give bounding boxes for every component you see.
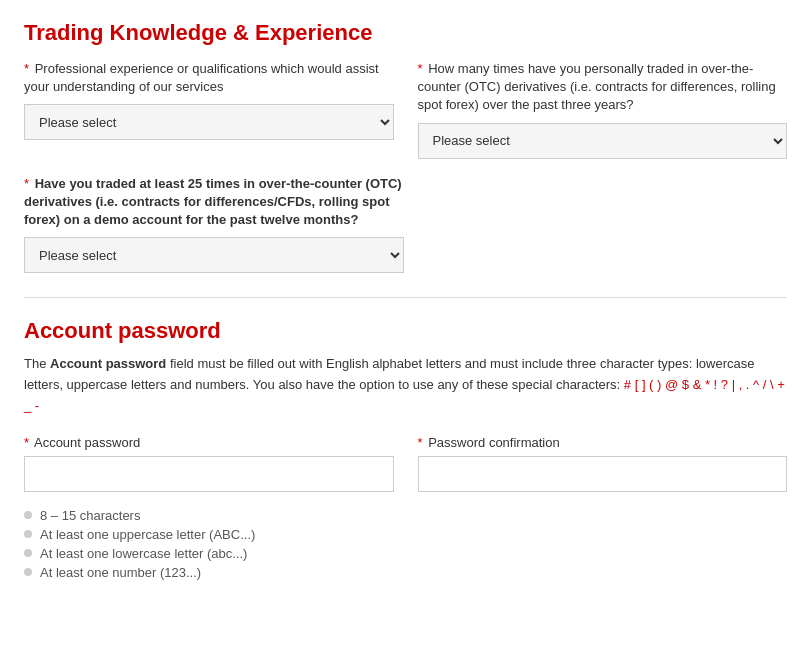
field2-label-text: How many times have you personally trade… bbox=[418, 61, 776, 112]
password-field-label: * Account password bbox=[24, 435, 394, 450]
field1-required-star: * bbox=[24, 61, 29, 76]
password-requirement-item: At least one lowercase letter (abc...) bbox=[24, 544, 787, 563]
section-divider bbox=[24, 297, 787, 298]
demo-account-select[interactable]: Please select bbox=[24, 237, 404, 273]
password-confirmation-input[interactable] bbox=[418, 456, 788, 492]
password-requirements-list: 8 – 15 charactersAt least one uppercase … bbox=[24, 506, 787, 582]
field3-label: * Have you traded at least 25 times in o… bbox=[24, 175, 404, 230]
field1-label: * Professional experience or qualificati… bbox=[24, 60, 394, 96]
field2-required-star: * bbox=[418, 61, 423, 76]
account-password-input[interactable] bbox=[24, 456, 394, 492]
confirm-field-label: * Password confirmation bbox=[418, 435, 788, 450]
desc-part1: The bbox=[24, 356, 50, 371]
otc-traded-times-select[interactable]: Please select bbox=[418, 123, 788, 159]
professional-experience-select[interactable]: Please select bbox=[24, 104, 394, 140]
password-requirement-item: At least one uppercase letter (ABC...) bbox=[24, 525, 787, 544]
confirm-label-text: Password confirmation bbox=[428, 435, 560, 450]
password-requirement-item: 8 – 15 characters bbox=[24, 506, 787, 525]
field1-label-text: Professional experience or qualification… bbox=[24, 61, 379, 94]
password-label-text: Account password bbox=[34, 435, 140, 450]
account-section-title: Account password bbox=[24, 318, 787, 344]
field3-required-star: * bbox=[24, 176, 29, 191]
account-description: The Account password field must be fille… bbox=[24, 354, 787, 416]
confirm-required-star: * bbox=[418, 435, 423, 450]
field3-label-text: Have you traded at least 25 times in ove… bbox=[24, 176, 402, 227]
password-required-star: * bbox=[24, 435, 29, 450]
password-requirement-item: At least one number (123...) bbox=[24, 563, 787, 582]
field2-label: * How many times have you personally tra… bbox=[418, 60, 788, 115]
desc-bold: Account password bbox=[50, 356, 166, 371]
trading-section-title: Trading Knowledge & Experience bbox=[24, 20, 787, 46]
